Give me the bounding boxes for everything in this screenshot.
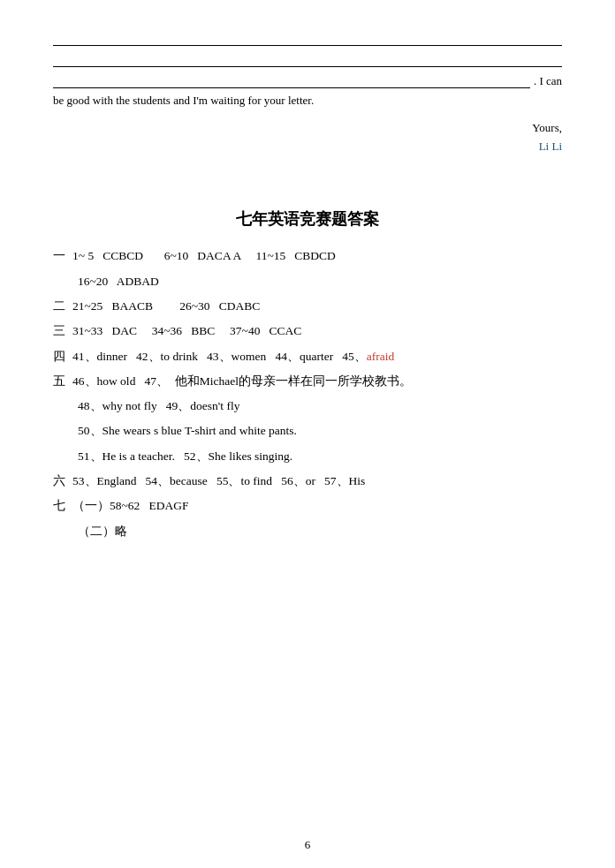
yours-name: Li Li (53, 138, 562, 156)
afraid-text: afraid (367, 350, 394, 363)
answer-content-5: 46、how old 47、 他和Michael的母亲一样在同一所学校教书。 (72, 371, 562, 392)
answer-content-0: 1~ 5 CCBCD 6~10 DACA A 11~15 CBDCD (72, 245, 562, 267)
blank-line-3 (53, 69, 530, 88)
section-num-3: 三 (53, 321, 72, 342)
answer-section: 七年英语竞赛题答案 一 1~ 5 CCBCD 6~10 DACA A 11~15… (53, 208, 562, 542)
page-number: 6 (305, 838, 311, 852)
letter-section: . I can be good with the students and I'… (53, 26, 562, 155)
answer-row-4: 四 41、dinner 42、to drink 43、women 44、quar… (53, 346, 562, 367)
answer-content-11: （二）略 (78, 521, 562, 542)
section-num-10: 七 (53, 495, 72, 517)
i-can-text: . I can (534, 74, 562, 88)
answer-row-9: 六 53、England 54、because 55、to find 56、or… (53, 471, 562, 492)
blank-line-2 (53, 48, 562, 67)
yours-label: Yours, (53, 119, 562, 138)
answer-row-11: （二）略 (53, 521, 562, 542)
answer-row-6: 48、why not fly 49、doesn't fly (53, 396, 562, 417)
answer-content-4: 41、dinner 42、to drink 43、women 44、quarte… (72, 346, 562, 367)
yours-section: Yours, Li Li (53, 119, 562, 156)
answer-content-9: 53、England 54、because 55、to find 56、or 5… (72, 471, 562, 492)
answer-row-8: 51、He is a teacher. 52、She likes singing… (53, 446, 562, 467)
answer-row-1: 16~20 ADBAD (53, 271, 562, 292)
answer-content-3: 31~33 DAC 34~36 BBC 37~40 CCAC (72, 321, 562, 342)
section-num-5: 五 (53, 371, 72, 392)
section-num-9: 六 (53, 471, 72, 492)
answer-row-5: 五 46、how old 47、 他和Michael的母亲一样在同一所学校教书。 (53, 371, 562, 392)
answer-row-3: 三 31~33 DAC 34~36 BBC 37~40 CCAC (53, 321, 562, 342)
section-num-4: 四 (53, 346, 72, 367)
answer-content-6: 48、why not fly 49、doesn't fly (78, 396, 562, 417)
section-num-2: 二 (53, 296, 72, 317)
answer-row-7: 50、She wears s blue T-shirt and white pa… (53, 420, 562, 442)
answer-row-0: 一 1~ 5 CCBCD 6~10 DACA A 11~15 CBDCD (53, 245, 562, 267)
section-num-0: 一 (53, 245, 72, 267)
answer-row-2: 二 21~25 BAACB 26~30 CDABC (53, 296, 562, 317)
answer-content-1: 16~20 ADBAD (78, 271, 562, 292)
answer-content-7: 50、She wears s blue T-shirt and white pa… (78, 420, 562, 442)
answer-title: 七年英语竞赛题答案 (53, 208, 562, 230)
answer-row-10: 七 （一）58~62 EDAGF (53, 495, 562, 517)
letter-body: be good with the students and I'm waitin… (53, 92, 562, 110)
blank-line-1 (53, 26, 562, 46)
answer-content-8: 51、He is a teacher. 52、She likes singing… (78, 446, 562, 467)
answer-content-2: 21~25 BAACB 26~30 CDABC (72, 296, 562, 317)
last-line-row: . I can (53, 69, 562, 88)
page: . I can be good with the students and I'… (0, 0, 615, 868)
answer-content-10: （一）58~62 EDAGF (72, 495, 562, 517)
